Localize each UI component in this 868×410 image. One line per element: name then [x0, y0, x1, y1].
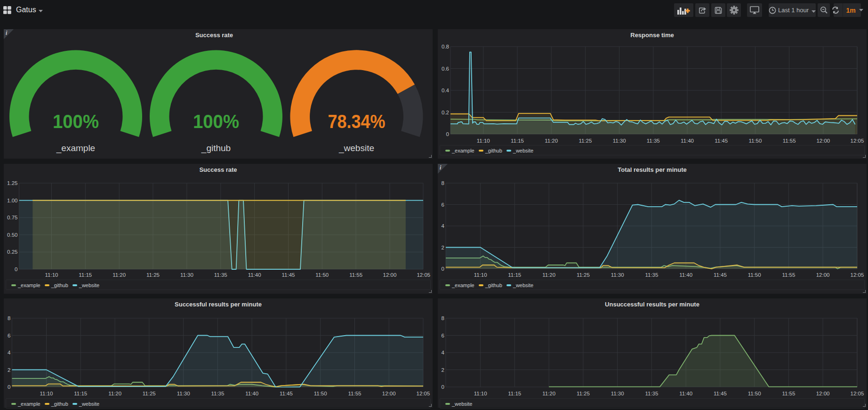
- svg-text:8: 8: [442, 180, 444, 186]
- svg-text:11:50: 11:50: [314, 391, 327, 396]
- svg-text:0.25: 0.25: [7, 249, 17, 255]
- svg-text:11:35: 11:35: [645, 272, 658, 278]
- svg-text:11:30: 11:30: [611, 391, 624, 396]
- svg-text:11:45: 11:45: [714, 391, 727, 396]
- svg-text:4: 4: [8, 350, 11, 355]
- svg-text:11:25: 11:25: [143, 391, 156, 396]
- svg-text:11:40: 11:40: [679, 391, 692, 396]
- svg-text:11:45: 11:45: [280, 391, 293, 396]
- svg-text:8: 8: [442, 315, 444, 321]
- svg-text:0: 0: [8, 384, 10, 390]
- svg-text:2: 2: [442, 245, 444, 250]
- svg-text:11:10: 11:10: [474, 272, 487, 278]
- svg-text:11:25: 11:25: [577, 391, 590, 396]
- svg-text:11:10: 11:10: [474, 391, 487, 396]
- svg-text:0.6: 0.6: [442, 66, 449, 72]
- svg-text:11:45: 11:45: [714, 272, 727, 278]
- svg-text:11:20: 11:20: [542, 391, 555, 396]
- svg-text:11:35: 11:35: [211, 391, 224, 396]
- svg-text:6: 6: [8, 333, 10, 338]
- svg-text:11:30: 11:30: [613, 138, 626, 144]
- svg-text:11:15: 11:15: [508, 391, 521, 396]
- svg-text:11:10: 11:10: [477, 138, 490, 144]
- svg-text:11:40: 11:40: [245, 391, 258, 396]
- svg-text:11:30: 11:30: [180, 272, 193, 278]
- svg-text:11:50: 11:50: [315, 272, 329, 278]
- svg-text:11:10: 11:10: [40, 391, 53, 396]
- svg-text:11:15: 11:15: [79, 272, 92, 278]
- svg-text:0.75: 0.75: [7, 215, 17, 220]
- svg-text:12:05: 12:05: [851, 272, 864, 278]
- svg-text:11:40: 11:40: [681, 138, 694, 144]
- svg-text:0: 0: [15, 266, 17, 272]
- svg-text:100%: 100%: [193, 111, 239, 132]
- svg-text:0.4: 0.4: [442, 88, 450, 93]
- svg-text:11:55: 11:55: [783, 138, 796, 144]
- svg-text:11:30: 11:30: [177, 391, 190, 396]
- svg-text:6: 6: [442, 333, 444, 338]
- svg-text:4: 4: [442, 350, 445, 355]
- svg-text:8: 8: [8, 315, 10, 321]
- svg-text:12:05: 12:05: [417, 391, 430, 396]
- svg-text:11:30: 11:30: [611, 272, 624, 278]
- svg-text:11:25: 11:25: [577, 272, 590, 278]
- svg-text:11:45: 11:45: [715, 138, 728, 144]
- svg-text:11:25: 11:25: [579, 138, 592, 144]
- svg-text:11:15: 11:15: [508, 272, 521, 278]
- svg-text:12:00: 12:00: [816, 138, 830, 144]
- svg-text:11:55: 11:55: [782, 272, 795, 278]
- svg-text:12:00: 12:00: [383, 272, 397, 278]
- svg-text:12:05: 12:05: [851, 138, 864, 144]
- svg-text:11:55: 11:55: [349, 272, 362, 278]
- svg-text:11:55: 11:55: [348, 391, 362, 396]
- svg-text:12:05: 12:05: [851, 391, 864, 396]
- svg-text:11:20: 11:20: [542, 272, 555, 278]
- svg-text:11:50: 11:50: [748, 138, 762, 144]
- svg-text:12:00: 12:00: [816, 272, 830, 278]
- svg-text:12:05: 12:05: [417, 272, 430, 278]
- svg-text:6: 6: [442, 202, 444, 208]
- svg-text:0: 0: [442, 384, 444, 390]
- svg-text:11:35: 11:35: [214, 272, 227, 278]
- svg-text:11:25: 11:25: [146, 272, 160, 278]
- svg-text:11:20: 11:20: [108, 391, 121, 396]
- svg-text:11:15: 11:15: [74, 391, 87, 396]
- svg-text:0.8: 0.8: [442, 44, 449, 49]
- svg-text:11:20: 11:20: [545, 138, 558, 144]
- svg-text:_example: _example: [56, 143, 95, 153]
- svg-text:2: 2: [8, 367, 10, 373]
- svg-text:11:40: 11:40: [248, 272, 261, 278]
- svg-text:11:40: 11:40: [679, 272, 692, 278]
- svg-text:11:45: 11:45: [282, 272, 295, 278]
- svg-text:_github: _github: [201, 143, 231, 153]
- svg-text:11:10: 11:10: [45, 272, 58, 278]
- svg-text:11:35: 11:35: [645, 391, 658, 396]
- svg-text:11:20: 11:20: [113, 272, 126, 278]
- svg-text:12:00: 12:00: [382, 391, 396, 396]
- svg-text:11:15: 11:15: [511, 138, 524, 144]
- svg-text:4: 4: [442, 223, 445, 229]
- svg-text:78.34%: 78.34%: [328, 111, 386, 132]
- svg-text:11:50: 11:50: [748, 272, 761, 278]
- svg-text:2: 2: [442, 367, 444, 373]
- svg-text:11:55: 11:55: [782, 391, 795, 396]
- svg-text:11:50: 11:50: [748, 391, 761, 396]
- svg-text:0.2: 0.2: [442, 110, 449, 115]
- svg-text:0: 0: [446, 131, 449, 137]
- svg-text:1.00: 1.00: [7, 198, 17, 203]
- svg-text:1.25: 1.25: [7, 180, 17, 186]
- svg-text:12:00: 12:00: [816, 391, 830, 396]
- svg-text:0: 0: [442, 266, 444, 272]
- svg-text:0.50: 0.50: [7, 232, 17, 238]
- svg-text:_website: _website: [338, 143, 374, 153]
- svg-text:11:35: 11:35: [647, 138, 660, 144]
- svg-text:100%: 100%: [53, 111, 99, 132]
